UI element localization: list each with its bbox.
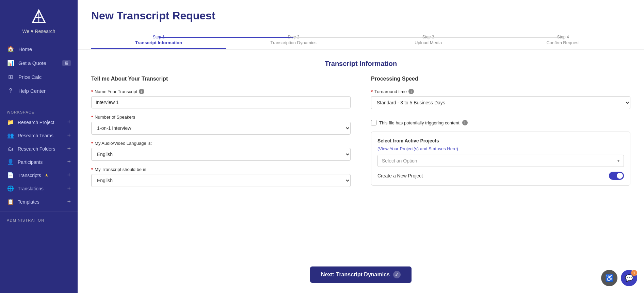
transcripts-icon: 📄 [7, 172, 14, 178]
sidebar-item-templates-label: Templates [18, 199, 39, 205]
turnaround-label-text: Turnaround time [374, 89, 407, 94]
turnaround-field-group: * Turnaround time i Standard - 3 to 5 Bu… [371, 89, 630, 114]
step-4-label: Confirm Request [546, 40, 580, 45]
step-1[interactable]: Step 1 Transcript Information [91, 29, 226, 49]
right-column: Processing Speed * Turnaround time i Sta… [371, 76, 630, 193]
workspace-divider [0, 211, 78, 211]
turnaround-field-label: * Turnaround time i [371, 89, 630, 94]
folders-plus-icon[interactable]: + [67, 145, 71, 152]
sidebar-item-translations-label: Translations [18, 186, 44, 191]
participants-icon: 👤 [7, 159, 14, 165]
sidebar-item-research-project-label: Research Project [18, 120, 54, 125]
toggle-thumb [617, 173, 623, 179]
sidebar-item-research-teams[interactable]: 👥 Research Teams + [0, 129, 78, 142]
teams-plus-icon[interactable]: + [67, 132, 71, 139]
bottom-right-actions: ♿ 💬 1 [601, 270, 637, 286]
turnaround-info-icon[interactable]: i [408, 89, 414, 94]
sidebar-item-home[interactable]: 🏠 Home [0, 42, 78, 56]
triggering-content-row: This file has potentially triggering con… [371, 120, 630, 125]
next-button-label: Next: Transcript Dynamics [321, 272, 390, 278]
name-label-text: Name Your Transcript [95, 89, 137, 94]
step-2[interactable]: Step 2 Transcription Dynamics [226, 29, 361, 49]
logo-tagline: We ♥ Research [22, 29, 55, 34]
translations-plus-icon[interactable]: + [67, 185, 71, 192]
next-button[interactable]: Next: Transcript Dynamics ✓ [310, 266, 412, 283]
audio-lang-field-group: * My Audio/Video Language is: English Sp… [91, 141, 351, 161]
new-project-toggle[interactable] [609, 172, 624, 180]
sidebar: We ♥ Research 🏠 Home 📊 Get a Quote 🖥 ⊞ P… [0, 0, 78, 293]
transcript-lang-select[interactable]: English Spanish French German [91, 174, 351, 187]
sidebar-item-templates[interactable]: 📋 Templates + [0, 195, 78, 208]
name-field-group: * Name Your Transcript i [91, 89, 351, 108]
sidebar-item-calc-label: Price Calc [18, 74, 42, 80]
accessibility-button[interactable]: ♿ [601, 270, 617, 286]
step-4-underline [496, 48, 630, 49]
audio-lang-label-text: My Audio/Video Language is: [95, 141, 152, 146]
teams-icon: 👥 [7, 132, 14, 139]
new-project-label: Create a New Project [377, 173, 423, 178]
sidebar-item-home-label: Home [18, 46, 32, 52]
speakers-field-group: * Number of Speakers 1-on-1 Interview Fo… [91, 115, 351, 135]
step-1-underline [91, 48, 226, 49]
turnaround-select[interactable]: Standard - 3 to 5 Business Days Rush - 1… [371, 96, 630, 109]
calc-icon: ⊞ [7, 73, 14, 81]
turnaround-required-marker: * [371, 89, 373, 94]
sidebar-item-price-calc[interactable]: ⊞ Price Calc [0, 70, 78, 84]
step-3-underline [361, 48, 496, 49]
name-required-marker: * [91, 89, 93, 94]
chat-button[interactable]: 💬 1 [621, 270, 637, 286]
speakers-label-text: Number of Speakers [95, 115, 135, 120]
sidebar-item-help-center[interactable]: ? Help Center [0, 84, 78, 98]
sidebar-item-quote-label: Get a Quote [18, 60, 46, 66]
name-field-label: * Name Your Transcript i [91, 89, 351, 94]
transcript-name-input[interactable] [91, 96, 351, 108]
chat-badge: 1 [631, 270, 637, 276]
audio-lang-required-marker: * [91, 141, 93, 146]
name-info-icon[interactable]: i [139, 89, 144, 94]
help-icon: ? [7, 87, 14, 94]
speakers-select[interactable]: 1-on-1 Interview Focus Group Individual [91, 122, 351, 135]
step-4[interactable]: Step 4 Confirm Request [496, 29, 630, 49]
step-4-number: Step 4 [557, 35, 569, 39]
triggering-checkbox[interactable] [371, 120, 376, 125]
sidebar-item-translations[interactable]: 🌐 Translations + [0, 182, 78, 195]
page-header: New Transcript Request [78, 0, 644, 29]
participants-plus-icon[interactable]: + [67, 158, 71, 166]
step-3[interactable]: Step 3 Upload Media [361, 29, 496, 49]
templates-icon: 📋 [7, 199, 14, 205]
sidebar-item-participants[interactable]: 👤 Participants + [0, 155, 78, 169]
sidebar-item-research-project[interactable]: 📁 Research Project + [0, 116, 78, 129]
sidebar-item-participants-label: Participants [18, 159, 43, 165]
view-projects-link[interactable]: (View Your Project(s) and Statuses Here) [377, 146, 624, 151]
project-box: Select from Active Projects (View Your P… [371, 132, 630, 186]
form-area: Transcript Information Tell me About You… [78, 50, 644, 263]
transcript-lang-field-group: * My Transcript should be in English Spa… [91, 167, 351, 187]
triggering-label: This file has potentially triggering con… [379, 120, 460, 125]
project-plus-icon[interactable]: + [67, 119, 71, 126]
page-title: New Transcript Request [91, 10, 630, 22]
sidebar-item-transcripts[interactable]: 📄 Transcripts ★ + [0, 169, 78, 182]
steps-bar: Step 1 Transcript Information Step 2 Tra… [78, 29, 644, 50]
project-select[interactable]: Select an Option [377, 155, 624, 167]
sidebar-item-help-label: Help Center [18, 88, 46, 94]
sidebar-item-get-a-quote[interactable]: 📊 Get a Quote 🖥 [0, 56, 78, 70]
folders-icon: 🗂 [7, 146, 14, 152]
audio-lang-select[interactable]: English Spanish French German [91, 148, 351, 161]
transcript-lang-required-marker: * [91, 167, 93, 172]
triggering-info-icon[interactable]: i [462, 120, 468, 125]
sidebar-item-research-folders[interactable]: 🗂 Research Folders + [0, 142, 78, 155]
templates-plus-icon[interactable]: + [67, 198, 71, 205]
main-nav: 🏠 Home 📊 Get a Quote 🖥 ⊞ Price Calc ? He… [0, 39, 78, 100]
sidebar-item-research-teams-label: Research Teams [18, 133, 53, 138]
step-3-label: Upload Media [415, 40, 442, 45]
home-icon: 🏠 [7, 46, 14, 53]
toggle-track [609, 172, 624, 180]
quote-badge: 🖥 [62, 60, 71, 66]
translations-icon: 🌐 [7, 185, 14, 192]
project-box-title: Select from Active Projects [377, 138, 624, 143]
section-title: Transcript Information [91, 60, 630, 68]
transcripts-star-icon: ★ [45, 173, 49, 178]
transcripts-plus-icon[interactable]: + [67, 172, 71, 179]
audio-lang-field-label: * My Audio/Video Language is: [91, 141, 351, 146]
nav-divider [0, 103, 78, 103]
